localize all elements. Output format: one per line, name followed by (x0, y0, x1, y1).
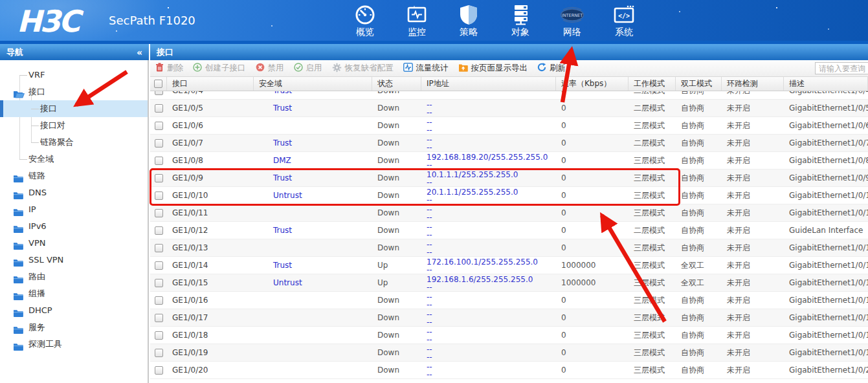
nav-item-gauge[interactable]: 概览 (347, 4, 383, 38)
row-checkbox[interactable] (155, 296, 163, 305)
nav-item-shield[interactable]: 策略 (451, 4, 487, 38)
column-header[interactable]: 双工模式 (676, 77, 722, 91)
cross-circle-button[interactable]: 禁用 (256, 63, 284, 74)
plus-circle-button[interactable]: 创建子接口 (193, 63, 246, 74)
row-checkbox[interactable] (155, 139, 163, 148)
sidebar-item-dns[interactable]: DNS (0, 184, 148, 201)
gear-button[interactable]: 恢复缺省配置 (332, 63, 394, 74)
table-row[interactable]: GE1/0/15UntrustUp192.168.1.6/255.255.255… (150, 274, 868, 292)
nav-item-label: 网络 (563, 27, 581, 38)
row-checkbox[interactable] (155, 174, 163, 182)
column-header[interactable]: 描述 (784, 77, 868, 91)
table-row[interactable]: GE1/0/10UntrustDown20.1.1.1/255.255.255.… (150, 187, 868, 204)
table-row[interactable]: GE1/0/12TrustDown----0二层模式自协商未开启GuideLan… (150, 222, 868, 239)
column-header[interactable]: 接口 (167, 77, 254, 91)
select-all-checkbox[interactable] (154, 80, 162, 88)
table-row[interactable]: GE1/0/20Down----0三层模式自协商未开启GigabitEthern… (150, 362, 868, 379)
table-row[interactable]: GE1/0/13Down----0三层模式自协商未开启GigabitEthern… (150, 239, 868, 257)
row-checkbox[interactable] (155, 244, 163, 252)
sidebar-item-label: VPN (28, 238, 45, 248)
sidebar-item-探测工具[interactable]: 探测工具 (0, 336, 148, 353)
sidebar-item-链路[interactable]: 链路 (0, 168, 148, 184)
table-row[interactable]: GE1/0/6Down----0三层模式自协商未开启GigabitEtherne… (150, 117, 868, 135)
security-zone-link[interactable]: Trust (259, 91, 292, 95)
sidebar-item-ip[interactable]: IP (0, 201, 148, 218)
check-circle-button[interactable]: 启用 (294, 63, 322, 74)
sidebar-item-ipv6[interactable]: IPv6 (0, 218, 148, 235)
product-name: SecPath F1020 (109, 14, 195, 27)
ip-address-cell: 10.1.1.1/255.255.255.0-- (421, 170, 556, 186)
trash-button[interactable]: 删除 (155, 63, 183, 74)
table-row[interactable]: GE1/0/11Down----0三层模式自协商未开启GigabitEthern… (150, 204, 868, 222)
ip-address-cell: ---- (421, 204, 556, 221)
nav-item-objects[interactable]: 对象 (502, 4, 539, 38)
sidebar-item-安全域[interactable]: 安全域 (0, 151, 148, 168)
sidebar-item-组播[interactable]: 组播 (0, 285, 148, 302)
refresh-button[interactable]: 刷新 (537, 63, 566, 74)
sidebar-item-vrf[interactable]: VRF (0, 67, 148, 83)
table-row[interactable]: GE1/0/7TrustDown----0二层模式自协商未开启GigabitEt… (150, 135, 868, 152)
nav-item-system[interactable]: </>系统 (606, 4, 642, 38)
row-checkbox[interactable] (155, 226, 163, 235)
sidebar-item-服务[interactable]: 服务 (0, 319, 148, 336)
sidebar-item-接口[interactable]: 接口 (0, 100, 148, 117)
security-zone-link[interactable]: Trust (259, 104, 292, 113)
column-header[interactable]: 状态 (372, 77, 421, 91)
column-header[interactable]: 工作模式 (629, 77, 676, 91)
table-row[interactable]: GE1/0/19Down----0三层模式自协商未开启GigabitEthern… (150, 344, 868, 362)
ip-address: -- (427, 118, 556, 126)
row-checkbox[interactable] (155, 331, 163, 340)
row-checkbox[interactable] (155, 209, 163, 217)
column-header[interactable]: 安全域 (254, 77, 372, 91)
table-row[interactable]: GE1/0/9TrustDown10.1.1.1/255.255.255.0--… (150, 170, 868, 187)
sidebar-item-vpn[interactable]: VPN (0, 235, 148, 252)
row-checkbox[interactable] (155, 279, 163, 287)
ip-address-cell: ---- (421, 117, 556, 134)
row-checkbox[interactable] (155, 366, 163, 375)
row-checkbox[interactable] (155, 104, 163, 113)
row-checkbox[interactable] (155, 192, 163, 200)
nav-item-internet[interactable]: INTERNET网络 (554, 4, 590, 38)
loop-detect-cell: 未开启 (722, 239, 784, 256)
column-header[interactable]: 速率（Kbps） (556, 77, 629, 91)
select-all-header[interactable] (150, 77, 167, 91)
search-input[interactable] (815, 62, 868, 74)
row-checkbox[interactable] (155, 122, 163, 130)
sidebar-item-路由[interactable]: 路由 (0, 268, 148, 285)
sidebar-item-接口[interactable]: 接口 (0, 83, 148, 100)
security-zone-link[interactable]: Trust (259, 138, 292, 148)
ip-address-secondary: -- (427, 318, 556, 326)
security-zone-link[interactable]: Trust (259, 226, 292, 235)
sidebar-collapse-button[interactable]: « (137, 47, 142, 58)
table-row[interactable]: GE1/0/4TrustDown--0二层模式自协商未开启GigabitEthe… (150, 91, 868, 100)
row-checkbox[interactable] (155, 261, 163, 270)
table-row[interactable]: GE1/0/14TrustUp172.16.100.1/255.255.255.… (150, 257, 868, 274)
traffic-chart-button[interactable]: 流量统计 (403, 63, 449, 74)
security-zone-link[interactable]: Untrust (259, 278, 302, 287)
column-header[interactable]: 环路检测 (722, 77, 784, 91)
security-zone-link[interactable]: DMZ (259, 156, 291, 165)
column-header[interactable]: IP地址 (421, 77, 556, 91)
table-row[interactable]: GE1/0/5TrustDown----0二层模式自协商未开启GigabitEt… (150, 100, 868, 117)
table-row[interactable]: GE1/0/8DMZDown192.168.189.20/255.255.255… (150, 152, 868, 170)
security-zone-link[interactable]: Trust (259, 173, 292, 182)
nav-item-monitor[interactable]: 监控 (399, 4, 435, 38)
security-zone-link[interactable]: Trust (259, 261, 292, 270)
table-row[interactable]: GE1/0/18Down----0三层模式自协商未开启GigabitEthern… (150, 327, 868, 344)
table-row[interactable]: GE1/0/17Down----0三层模式自协商未开启GigabitEthern… (150, 309, 868, 327)
row-checkbox[interactable] (155, 91, 163, 95)
interface-name: GE1/0/15 (167, 274, 254, 291)
export-button[interactable]: 按页面显示导出 (458, 63, 528, 74)
row-checkbox[interactable] (155, 157, 163, 165)
loop-detect-cell: 未开启 (722, 170, 784, 186)
sidebar-item-ssl-vpn[interactable]: SSL VPN (0, 252, 148, 268)
row-checkbox[interactable] (155, 349, 163, 357)
table-row[interactable]: GE1/0/16Down----0三层模式自协商未开启GigabitEthern… (150, 292, 868, 309)
row-select-cell (150, 309, 167, 326)
security-zone-link[interactable]: Untrust (259, 191, 302, 200)
row-checkbox[interactable] (155, 314, 163, 322)
sidebar-item-dhcp[interactable]: DHCP (0, 302, 148, 319)
sidebar-item-接口对[interactable]: 接口对 (0, 117, 148, 134)
sidebar-item-链路聚合[interactable]: 链路聚合 (0, 134, 148, 151)
description-cell: GigabitEthernet1/0/13 (784, 239, 868, 256)
